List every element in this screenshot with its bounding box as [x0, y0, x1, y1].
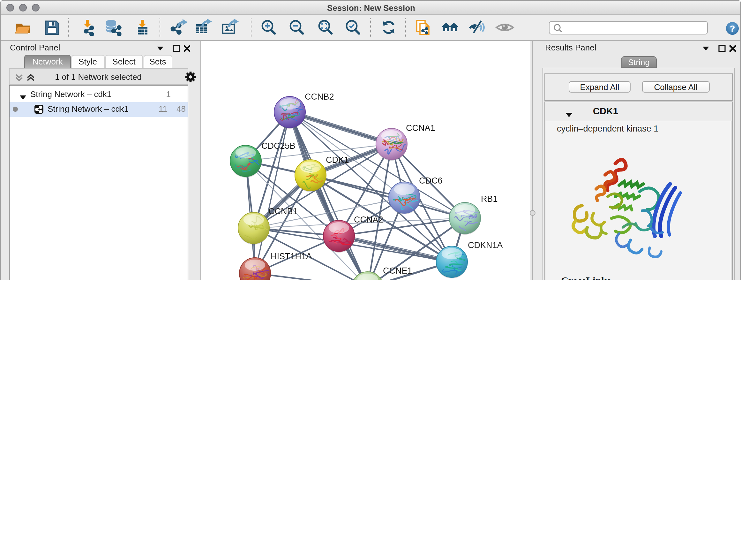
svg-text:CCNB2: CCNB2 — [305, 92, 334, 102]
svg-text:CDC6: CDC6 — [419, 176, 442, 186]
svg-text:?: ? — [729, 23, 735, 33]
svg-text:CCNB1: CCNB1 — [268, 206, 297, 216]
svg-text:CCNA1: CCNA1 — [406, 123, 435, 133]
svg-text:RB1: RB1 — [481, 194, 497, 204]
svg-text:CCNA2: CCNA2 — [354, 215, 383, 225]
svg-text:CDK1: CDK1 — [326, 155, 348, 165]
svg-text:HIST1H1A: HIST1H1A — [270, 252, 312, 261]
svg-text:CDC25B: CDC25B — [261, 141, 295, 151]
svg-text:CDKN1A: CDKN1A — [468, 240, 502, 250]
svg-text:CCNE1: CCNE1 — [383, 266, 412, 275]
